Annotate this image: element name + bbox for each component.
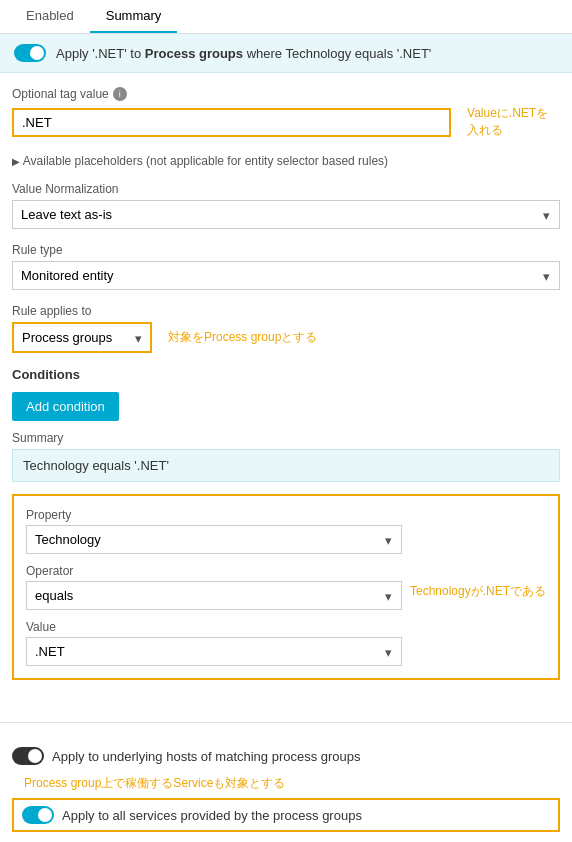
- condition-operator-label: Operator: [26, 564, 402, 578]
- value-normalization-label: Value Normalization: [12, 182, 560, 196]
- rule-applies-wrapper: Process groups Hosts Services: [12, 322, 152, 353]
- tabs-bar: Enabled Summary: [0, 0, 572, 34]
- toggle-hosts-row: Apply to underlying hosts of matching pr…: [12, 747, 560, 765]
- condition-annotation-row: Property Technology OS Operator: [26, 508, 546, 666]
- condition-property-label: Property: [26, 508, 402, 522]
- condition-annotation-text: Technologyが.NETである: [410, 583, 546, 600]
- conditions-section: Conditions Add condition Summary Technol…: [12, 367, 560, 680]
- divider: [0, 722, 572, 723]
- value-normalization-section: Value Normalization Leave text as-is To …: [12, 182, 560, 229]
- summary-section: Summary Technology equals '.NET': [12, 431, 560, 482]
- condition-operator-wrapper: equals not equals contains: [26, 581, 402, 610]
- toggle-hosts[interactable]: [12, 747, 44, 765]
- tag-value-annotation: Valueに.NETを入れる: [467, 105, 560, 139]
- condition-value-select[interactable]: .NET Java PHP: [26, 637, 402, 666]
- condition-box: Property Technology OS Operator: [12, 494, 560, 680]
- condition-operator-row: Operator equals not equals contains: [26, 564, 402, 610]
- rule-type-wrapper: Monitored entity Service Host: [12, 261, 560, 290]
- optional-tag-label: Optional tag value i: [12, 87, 560, 101]
- condition-operator-select[interactable]: equals not equals contains: [26, 581, 402, 610]
- add-condition-button[interactable]: Add condition: [12, 392, 119, 421]
- bottom-section: Apply to underlying hosts of matching pr…: [0, 737, 572, 842]
- condition-value-row: Value .NET Java PHP: [26, 620, 402, 666]
- condition-fields: Property Technology OS Operator: [26, 508, 402, 666]
- condition-property-select[interactable]: Technology OS: [26, 525, 402, 554]
- rule-applies-row: Process groups Hosts Services 対象をProcess…: [12, 322, 560, 353]
- service-annotation: Process group上で稼働するServiceも対象とする: [12, 775, 560, 792]
- placeholder-link[interactable]: Available placeholders (not applicable f…: [12, 154, 388, 168]
- rule-type-select[interactable]: Monitored entity Service Host: [12, 261, 560, 290]
- toggle-hosts-text: Apply to underlying hosts of matching pr…: [52, 749, 361, 764]
- condition-property-row: Property Technology OS: [26, 508, 402, 554]
- info-icon[interactable]: i: [113, 87, 127, 101]
- tab-enabled[interactable]: Enabled: [10, 0, 90, 33]
- toggle-services[interactable]: [22, 806, 54, 824]
- condition-value-wrapper: .NET Java PHP: [26, 637, 402, 666]
- rule-applies-annotation: 対象をProcess groupとする: [168, 329, 317, 346]
- rule-type-section: Rule type Monitored entity Service Host: [12, 243, 560, 290]
- value-normalization-wrapper: Leave text as-is To lowercase To upperca…: [12, 200, 560, 229]
- tab-summary[interactable]: Summary: [90, 0, 178, 33]
- tag-value-input[interactable]: [12, 108, 451, 137]
- toggle-services-row: Apply to all services provided by the pr…: [12, 798, 560, 832]
- optional-tag-section: Optional tag value i Valueに.NETを入れる: [12, 87, 560, 139]
- value-normalization-select[interactable]: Leave text as-is To lowercase To upperca…: [12, 200, 560, 229]
- header-banner: Apply '.NET' to Process groups where Tec…: [0, 34, 572, 73]
- header-description: Apply '.NET' to Process groups where Tec…: [56, 46, 431, 61]
- toggle-services-text: Apply to all services provided by the pr…: [62, 808, 362, 823]
- summary-label: Summary: [12, 431, 560, 445]
- main-content: Optional tag value i Valueに.NETを入れる Avai…: [0, 73, 572, 708]
- condition-property-wrapper: Technology OS: [26, 525, 402, 554]
- condition-value-label: Value: [26, 620, 402, 634]
- conditions-title: Conditions: [12, 367, 560, 382]
- rule-applies-label: Rule applies to: [12, 304, 560, 318]
- summary-box: Technology equals '.NET': [12, 449, 560, 482]
- placeholder-section: Available placeholders (not applicable f…: [12, 153, 560, 168]
- rule-type-label: Rule type: [12, 243, 560, 257]
- rule-applies-select[interactable]: Process groups Hosts Services: [12, 322, 152, 353]
- rule-applies-section: Rule applies to Process groups Hosts Ser…: [12, 304, 560, 353]
- tag-value-row: Valueに.NETを入れる: [12, 105, 560, 139]
- main-toggle[interactable]: [14, 44, 46, 62]
